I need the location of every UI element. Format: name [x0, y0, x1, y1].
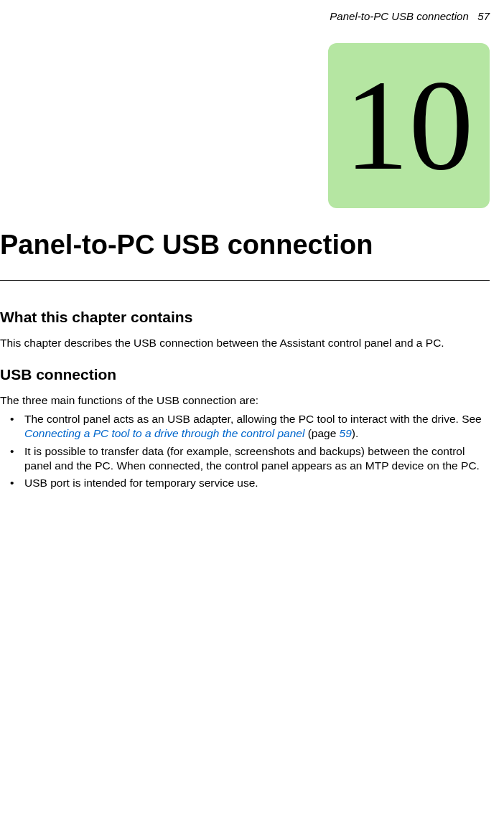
- bullet-text: USB port is intended for temporary servi…: [24, 477, 258, 489]
- list-item: USB port is intended for temporary servi…: [0, 476, 490, 490]
- content-area: What this chapter contains This chapter …: [0, 309, 490, 493]
- list-item: It is possible to transfer data (for exa…: [0, 444, 490, 473]
- bullet-text: It is possible to transfer data (for exa…: [24, 445, 480, 472]
- list-item: The control panel acts as an USB adapter…: [0, 412, 490, 441]
- section-heading-what-contains: What this chapter contains: [0, 309, 490, 326]
- section-heading-usb-connection: USB connection: [0, 366, 490, 383]
- chapter-title: Panel-to-PC USB connection: [0, 230, 373, 261]
- chapter-number: 10: [345, 61, 474, 190]
- page-header: Panel-to-PC USB connection 57: [330, 10, 490, 22]
- cross-reference-link[interactable]: Connecting a PC tool to a drive through …: [24, 427, 304, 439]
- chapter-number-box: 10: [328, 43, 490, 208]
- horizontal-rule: [0, 280, 490, 281]
- header-section-title: Panel-to-PC USB connection: [330, 10, 468, 22]
- page-reference-link[interactable]: 59: [340, 427, 352, 439]
- header-page-number: 57: [477, 10, 490, 22]
- intro-text-usb-connection: The three main functions of the USB conn…: [0, 393, 490, 408]
- body-text-what-contains: This chapter describes the USB connectio…: [0, 336, 490, 350]
- bullet-text-post: ).: [352, 427, 358, 439]
- bullet-text-mid: (page: [304, 427, 339, 439]
- bullet-text-pre: The control panel acts as an USB adapter…: [24, 413, 482, 425]
- bullet-list: The control panel acts as an USB adapter…: [0, 412, 490, 490]
